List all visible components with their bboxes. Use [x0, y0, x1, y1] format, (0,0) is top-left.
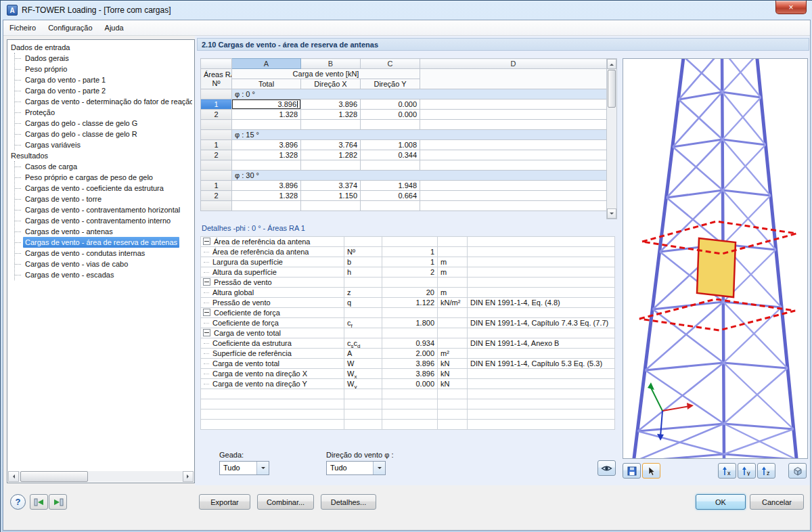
wind-loads-table[interactable]: ABCDÁreas RANºCarga de vento [kN]TotalDi… — [200, 58, 607, 211]
chevron-down-icon[interactable] — [373, 462, 385, 474]
tree-item[interactable]: Carga do vento - parte 1 — [15, 74, 192, 85]
row-header[interactable]: 2 — [201, 150, 232, 160]
row-header[interactable] — [201, 130, 232, 140]
tree-section-label[interactable]: Dados de entrada — [9, 42, 192, 53]
tree-item[interactable]: Peso próprio e cargas de peso de gelo — [15, 172, 192, 183]
tree-item[interactable]: Cargas de vento - área de reserva de ant… — [15, 237, 192, 248]
table-row[interactable]: 21.3281.1500.664 — [201, 191, 607, 201]
active-cell-editor[interactable]: 3.896 — [232, 99, 301, 110]
table-cell[interactable]: 3.896 — [232, 181, 301, 191]
phi-section-row[interactable]: φ : 0 ° — [201, 89, 607, 99]
table-cell[interactable]: 3.764 — [301, 140, 361, 150]
details-group-row[interactable]: Coeficiente de força — [201, 308, 615, 318]
menu-item[interactable]: Configuração — [42, 21, 98, 35]
details-group-row[interactable]: Carga de vento total — [201, 328, 615, 338]
scrollbar-thumb[interactable] — [20, 471, 88, 482]
collapse-icon[interactable] — [203, 309, 210, 316]
tree-item[interactable]: Cargas de vento - coeficiente da estrutu… — [15, 183, 192, 194]
scroll-right-button[interactable] — [183, 471, 194, 482]
table-cell[interactable] — [361, 160, 420, 171]
table-cell[interactable] — [232, 201, 301, 211]
table-cell[interactable] — [361, 201, 420, 211]
column-letter-header[interactable]: D — [420, 59, 607, 69]
next-module-button[interactable] — [49, 494, 67, 510]
tree-item[interactable]: Cargas de vento - contraventamento inter… — [15, 215, 192, 226]
menu-item[interactable]: Ficheiro — [3, 21, 42, 35]
pointer-mode-button[interactable] — [642, 463, 660, 479]
table-cell[interactable] — [420, 181, 607, 191]
tree-item[interactable]: Cargas de vento - condutas internas — [15, 248, 192, 259]
table-cell[interactable]: 0.344 — [361, 150, 420, 160]
isometric-view-button[interactable] — [788, 463, 807, 479]
table-cell[interactable] — [420, 99, 607, 110]
row-header[interactable]: 2 — [201, 110, 232, 120]
table-cell[interactable] — [420, 201, 607, 211]
table-cell[interactable]: 1.328 — [232, 150, 301, 160]
row-header[interactable] — [201, 89, 232, 99]
table-cell[interactable] — [301, 160, 361, 171]
table-cell[interactable]: 0.000 — [361, 110, 420, 120]
row-header[interactable]: 2 — [201, 191, 232, 201]
table-row[interactable]: 21.3281.2820.344 — [201, 150, 607, 160]
column-letter-header[interactable]: A — [232, 59, 301, 69]
table-cell[interactable] — [420, 150, 607, 160]
row-header[interactable]: 1 — [201, 99, 232, 110]
column-letter-header[interactable]: C — [361, 59, 420, 69]
chevron-down-icon[interactable] — [256, 462, 269, 474]
tree-item[interactable]: Peso próprio — [15, 64, 192, 74]
scrollbar-track[interactable] — [19, 471, 183, 482]
table-cell[interactable]: 3.896 — [301, 99, 361, 110]
table-cell[interactable]: 3.896 — [232, 140, 301, 150]
show-graphic-button[interactable] — [597, 460, 616, 476]
table-cell[interactable] — [361, 120, 420, 130]
table-row[interactable]: 21.3281.3280.000 — [201, 110, 607, 120]
column-letter-header[interactable]: B — [301, 59, 361, 69]
view-z-button[interactable]: z — [757, 463, 775, 479]
phi-section-row[interactable]: φ : 30 ° — [201, 171, 607, 181]
scrollbar-thumb[interactable] — [608, 70, 616, 108]
view-y-button[interactable]: y — [738, 463, 756, 479]
table-vertical-scrollbar[interactable] — [606, 58, 617, 219]
table-cell[interactable]: 1.282 — [301, 150, 361, 160]
collapse-icon[interactable] — [203, 329, 210, 336]
save-image-button[interactable] — [623, 463, 641, 479]
tree-item[interactable]: Cargas de vento - determinação do fator … — [15, 96, 192, 107]
tree-item[interactable]: Carga do vento - parte 2 — [15, 85, 192, 96]
scroll-down-button[interactable] — [607, 208, 616, 219]
details-group-row[interactable]: Área de referência da antena — [201, 237, 615, 247]
table-cell[interactable] — [301, 201, 361, 211]
table-cell[interactable] — [232, 160, 301, 171]
row-header[interactable] — [201, 201, 232, 211]
details-group-row[interactable]: Pressão de vento — [201, 278, 615, 288]
close-button[interactable]: × — [775, 1, 807, 14]
tree-item[interactable]: Cargas do gelo - classe de gelo R — [15, 129, 192, 139]
tree-section-label[interactable]: Resultados — [9, 150, 192, 161]
collapse-icon[interactable] — [203, 238, 210, 245]
export-button[interactable]: Exportar — [199, 494, 250, 510]
tree-item[interactable]: Proteção — [15, 107, 192, 118]
menu-item[interactable]: Ajuda — [99, 21, 130, 35]
row-header[interactable] — [201, 171, 232, 181]
scroll-up-button[interactable] — [607, 59, 616, 69]
cancel-button[interactable]: Cancelar — [750, 494, 804, 510]
tree-item[interactable]: Cargas de vento - antenas — [15, 226, 192, 237]
table-cell[interactable] — [420, 191, 607, 201]
table-cell[interactable]: 3.374 — [301, 181, 361, 191]
table-cell[interactable] — [420, 120, 607, 130]
tree-item[interactable]: Cargas de vento - vias de cabo — [15, 259, 192, 269]
table-cell[interactable]: 1.150 — [301, 191, 361, 201]
details-button[interactable]: Detalhes... — [321, 494, 376, 510]
table-cell[interactable]: 1.008 — [361, 140, 420, 150]
collapse-icon[interactable] — [203, 278, 210, 286]
phi-section-row[interactable]: φ : 15 ° — [201, 130, 607, 140]
table-cell[interactable] — [301, 120, 361, 130]
table-cell[interactable]: 1.328 — [232, 110, 301, 120]
previous-module-button[interactable] — [30, 494, 48, 510]
tree-item[interactable]: Cargas do gelo - classe de gelo G — [15, 118, 192, 129]
titlebar[interactable]: A RF-TOWER Loading - [Torre com cargas] … — [1, 1, 812, 20]
row-header[interactable] — [201, 160, 232, 171]
table-row[interactable]: 13.8963.3741.948 — [201, 181, 607, 191]
row-header[interactable] — [201, 120, 232, 130]
row-header[interactable]: 1 — [201, 140, 232, 150]
tree-item[interactable]: Cargas variáveis — [15, 139, 192, 150]
